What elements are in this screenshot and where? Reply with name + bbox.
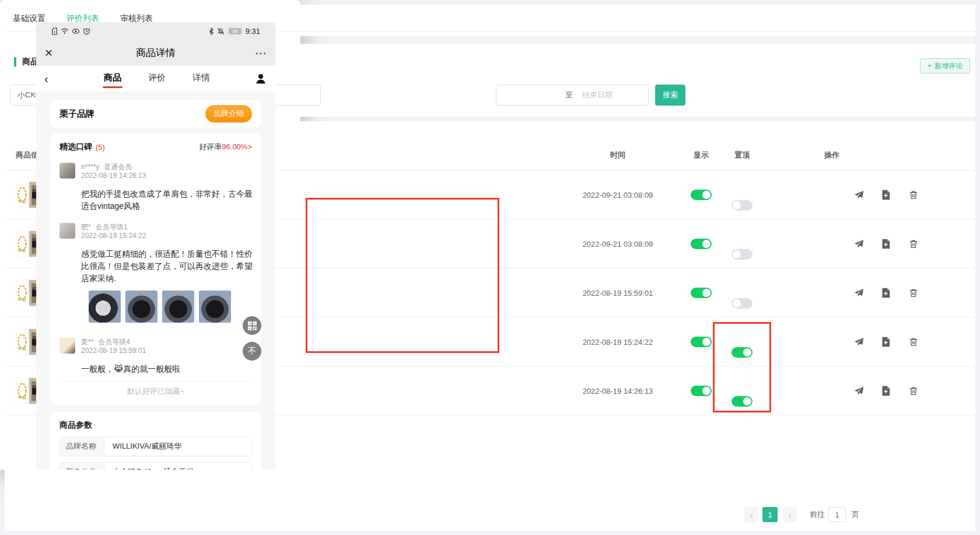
delete-icon[interactable]	[909, 288, 919, 298]
review-content: 一般般，😹真的就一般般啦	[81, 363, 256, 375]
publish-icon[interactable]	[854, 337, 864, 347]
wifi-icon	[61, 27, 69, 34]
reviews-title: 精选口碑	[60, 142, 92, 152]
file-add-icon[interactable]	[881, 337, 891, 347]
no-float-button[interactable]: 不	[243, 342, 261, 361]
col-visible: 显示	[691, 150, 712, 160]
review-image-thumbnail[interactable]	[89, 291, 121, 323]
review-avatar	[60, 223, 75, 239]
review-content: 感觉做工挺精细的，很适配！质量也不错！性价比很高！但是包装差了点，可以再改进些，…	[81, 248, 256, 285]
search-button[interactable]: 搜索	[655, 85, 685, 106]
phone-status-bar: 58 9:31	[36, 22, 275, 40]
visible-toggle[interactable]	[691, 337, 712, 347]
review-avatar	[60, 338, 75, 354]
publish-icon[interactable]	[854, 386, 864, 396]
mute-icon	[217, 27, 225, 35]
publish-icon[interactable]	[854, 190, 864, 200]
reviews-count: (5)	[96, 143, 199, 152]
param-row: 颜色分类 古金链条40cm 适合手提	[60, 462, 252, 470]
add-review-button[interactable]: + 新增评论	[920, 58, 970, 74]
bluetooth-icon	[208, 27, 214, 35]
pinned-toggle[interactable]	[732, 200, 752, 211]
pinned-toggle[interactable]	[732, 298, 752, 309]
phone-page-title: 商品详情	[62, 46, 250, 60]
phone-nav-bar: ✕ 商品详情 ⋯	[36, 40, 275, 66]
battery-icon: 58	[229, 28, 242, 34]
sim-icon	[51, 27, 58, 35]
review-content: 把我的手提包改造成了单肩包，非常好，古今最适合vintage风格	[81, 188, 256, 212]
param-label: 颜色分类	[60, 463, 104, 470]
phone-back-icon[interactable]: ‹	[44, 72, 60, 86]
file-add-icon[interactable]	[881, 239, 891, 249]
params-title: 商品参数	[60, 420, 252, 431]
qr-code-float-button[interactable]	[243, 316, 261, 335]
param-label: 品牌名称	[60, 437, 104, 456]
goto-label: 前往	[810, 507, 825, 522]
visible-toggle[interactable]	[691, 288, 712, 298]
review-item: 栗**会员等级4 2022-08-19 15:59:01 一般般，😹真的就一般般…	[60, 338, 252, 375]
review-time: 2022-09-21 03:08:09	[555, 190, 681, 199]
reviews-header: 精选口碑 (5) 好评率96.00%>	[60, 142, 252, 152]
brand-name: 栗子品牌	[60, 109, 205, 120]
status-time: 9:31	[246, 27, 260, 36]
col-time: 时间	[555, 150, 681, 160]
delete-icon[interactable]	[909, 337, 919, 347]
phone-close-icon[interactable]: ✕	[44, 47, 62, 60]
review-date: 2022-08-19 14:26:13	[81, 172, 146, 180]
publish-icon[interactable]	[854, 288, 864, 298]
plus-icon: +	[928, 62, 932, 70]
review-member-level: 普通会员	[104, 163, 132, 171]
review-username: 肥*	[81, 223, 91, 231]
end-date-placeholder: 结束日期	[582, 90, 612, 100]
brand-intro-button[interactable]: 品牌介绍	[205, 105, 252, 123]
phone-tab-1[interactable]: 评价	[148, 69, 166, 89]
review-image-thumbnail[interactable]	[199, 291, 231, 323]
page-unit-label: 页	[852, 507, 859, 522]
phone-tab-2[interactable]: 详情	[192, 69, 210, 89]
eye-icon	[72, 28, 80, 34]
review-time: 2022-08-19 15:59:01	[555, 288, 681, 297]
delete-icon[interactable]	[909, 386, 919, 396]
alarm-icon	[83, 27, 90, 35]
brand-card: 栗子品牌 品牌介绍	[50, 100, 261, 128]
param-row: 品牌名称 WILLIKIVA/威丽琦华	[60, 436, 252, 456]
visible-toggle[interactable]	[691, 386, 712, 396]
delete-icon[interactable]	[909, 239, 919, 249]
positive-rate-link[interactable]: 好评率96.00%>	[199, 142, 252, 152]
review-username: n****y	[81, 163, 99, 171]
next-page-button[interactable]: ›	[783, 507, 797, 522]
pinned-toggle[interactable]	[732, 249, 752, 260]
current-page-button[interactable]: 1	[762, 507, 778, 522]
phone-content: 栗子品牌 品牌介绍 精选口碑 (5) 好评率96.00%> n****y普通会员…	[36, 92, 275, 470]
review-time: 2022-09-21 03:08:09	[555, 239, 681, 248]
visible-toggle[interactable]	[691, 190, 712, 200]
review-image-thumbnail[interactable]	[162, 291, 194, 323]
file-add-icon[interactable]	[881, 386, 891, 396]
publish-icon[interactable]	[854, 239, 864, 249]
phone-more-icon[interactable]: ⋯	[250, 46, 267, 60]
phone-tab-bar: ‹ 商品评价详情	[36, 66, 275, 92]
review-image-thumbnail[interactable]	[125, 291, 158, 323]
hidden-reviews-note: 默认好评已隐藏~	[60, 382, 252, 399]
prev-page-button[interactable]: ‹	[744, 507, 758, 522]
goto-page-input[interactable]	[828, 507, 846, 522]
date-range-picker[interactable]: 至 结束日期	[496, 85, 649, 106]
review-time: 2022-08-19 14:26:13	[555, 386, 681, 395]
chevron-right-icon: >	[247, 142, 252, 151]
pinned-toggle[interactable]	[732, 347, 752, 358]
reviews-card: 精选口碑 (5) 好评率96.00%> n****y普通会员 2022-08-1…	[50, 134, 261, 405]
pinned-toggle[interactable]	[732, 396, 752, 407]
file-add-icon[interactable]	[881, 190, 891, 200]
delete-icon[interactable]	[909, 190, 919, 200]
col-pinned: 置顶	[732, 150, 752, 160]
phone-tab-0[interactable]: 商品	[104, 69, 121, 89]
review-avatar	[60, 163, 75, 179]
range-separator: 至	[565, 90, 573, 100]
review-image-row	[89, 291, 252, 323]
param-value: WILLIKIVA/威丽琦华	[104, 437, 181, 456]
params-card: 商品参数 品牌名称 WILLIKIVA/威丽琦华 颜色分类 古金链条40cm 适…	[50, 412, 261, 470]
col-actions: 操作	[811, 150, 853, 160]
visible-toggle[interactable]	[691, 239, 712, 249]
account-icon[interactable]	[254, 72, 267, 85]
file-add-icon[interactable]	[881, 288, 891, 298]
